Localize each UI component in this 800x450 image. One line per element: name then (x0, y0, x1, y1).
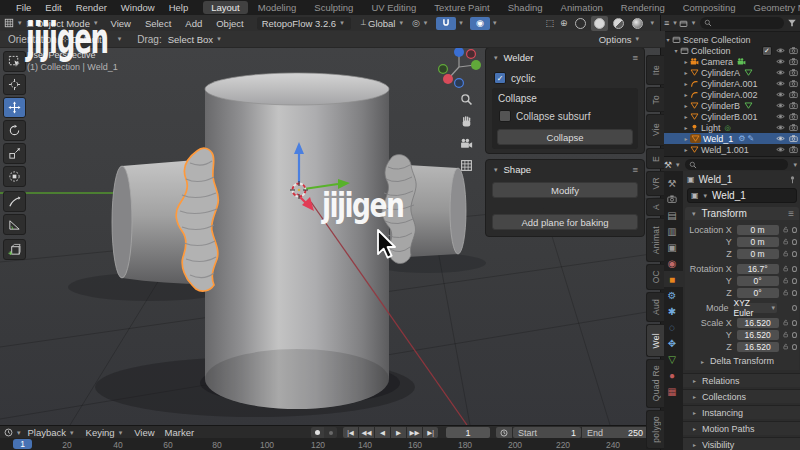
tab-modifier-properties[interactable]: ⚙ (661, 287, 683, 303)
tool-annotate[interactable] (3, 191, 26, 212)
tab-particles-properties[interactable]: ✱ (661, 303, 683, 319)
tab-render-properties[interactable] (661, 191, 683, 207)
tab-texture-properties[interactable]: ▦ (661, 383, 683, 399)
delta-transform-panel[interactable]: ▸Delta Transform (685, 355, 797, 367)
tab-item[interactable]: Ite (646, 55, 664, 85)
hide-eye-icon[interactable] (776, 57, 785, 66)
outliner-row-scene-collection[interactable]: ▾ Scene Collection (661, 34, 800, 45)
tool-transform[interactable] (3, 166, 26, 187)
tab-oc[interactable]: OC (646, 264, 664, 290)
tab-object-properties[interactable]: ■ (661, 271, 683, 287)
collapse-subsurf-checkbox[interactable] (499, 110, 511, 122)
zoom-icon[interactable] (460, 93, 473, 106)
tab-welder[interactable]: Wel (646, 324, 664, 357)
location-z-field[interactable]: 0 m (737, 249, 779, 259)
render-visibility-icon[interactable] (789, 68, 798, 77)
tab-polygon[interactable]: polygo (646, 410, 664, 449)
outliner-row-light[interactable]: ▸ Light ◎ (661, 122, 800, 133)
play-reverse-button[interactable]: ◀ (375, 427, 390, 438)
menu-playback[interactable]: Playback▾ (23, 427, 81, 438)
shading-rendered[interactable] (629, 16, 646, 31)
menu-help[interactable]: Help (162, 2, 196, 13)
tab-quad-remesh[interactable]: Quad Re (646, 359, 664, 408)
tab-output-properties[interactable]: ▤ (661, 207, 683, 223)
outliner-row-cylinderb[interactable]: ▸ CylinderB (661, 100, 800, 111)
lock-icon[interactable] (782, 276, 789, 285)
retopoflow-dropdown[interactable]: RetopoFlow 3.2.6▾ (257, 17, 351, 30)
pan-hand-icon[interactable] (460, 115, 473, 128)
animate-decorator[interactable] (792, 344, 797, 350)
menu-marker[interactable]: Marker (160, 427, 200, 438)
tab-animat[interactable]: Animat (646, 218, 664, 262)
workspace-tab-sculpting[interactable]: Sculpting (306, 1, 361, 14)
ortho-toggle-icon[interactable] (460, 159, 473, 172)
hide-eye-icon[interactable] (776, 134, 785, 143)
outliner-display-mode[interactable]: ≡▾ (664, 18, 679, 28)
welder-collapse-caret[interactable]: ▾ (494, 54, 498, 62)
camera-view-icon[interactable] (460, 137, 473, 150)
menu-object[interactable]: Object (209, 18, 250, 29)
tab-scene-properties[interactable]: ▣ (661, 239, 683, 255)
animate-decorator[interactable] (792, 332, 797, 338)
bake-plane-button[interactable]: Add plane for baking (492, 214, 638, 230)
workspace-tab-modeling[interactable]: Modeling (250, 1, 305, 14)
workspace-tab-rendering[interactable]: Rendering (613, 1, 673, 14)
shading-material[interactable] (610, 16, 627, 31)
tab-physics-properties[interactable]: ◌ (661, 319, 683, 335)
lock-icon[interactable] (782, 237, 789, 246)
rotation-mode-dropdown[interactable]: XYZ Euler▾ (734, 303, 778, 313)
tab-a[interactable]: A (646, 198, 664, 216)
collection-checkbox[interactable]: ✓ (762, 46, 772, 56)
proportional-toggle[interactable]: ◉ (470, 17, 490, 30)
orientation-dropdown[interactable]: ⟂ Global▾ (361, 18, 405, 29)
tab-vr[interactable]: VR (646, 171, 664, 196)
tab-tool[interactable]: To (646, 87, 664, 112)
filter-icon[interactable] (787, 18, 797, 28)
cyclic-checkbox[interactable]: ✓ (494, 72, 506, 84)
navigation-gizmo[interactable] (438, 47, 482, 91)
outliner-row-weld1001[interactable]: ▸ Weld_1.001 (661, 144, 800, 155)
outliner-row-weld1[interactable]: ▸ Weld_1 ⚙ ✎ (661, 133, 800, 144)
rotation-x-field[interactable]: 16.7° (737, 264, 779, 274)
prev-keyframe-button[interactable]: ◀◀ (359, 427, 374, 438)
timeline-ruler[interactable]: 20 40 60 80 100 120 140 160 180 200 220 … (0, 438, 660, 450)
options-dropdown[interactable]: Options▾ (599, 34, 641, 45)
workspace-tab-shading[interactable]: Shading (500, 1, 551, 14)
outliner-row-cylindera001[interactable]: ▸ CylinderA.001 (661, 78, 800, 89)
outliner-scope[interactable]: ▾ (679, 19, 698, 28)
lock-icon[interactable] (782, 330, 789, 339)
tab-tool-properties[interactable]: ⚒ (661, 175, 683, 191)
editor-type-button[interactable]: ▾ (4, 18, 24, 28)
transform-panel-header[interactable]: ▾ Transform ≡ (685, 207, 799, 220)
workspace-tab-layout[interactable]: Layout (203, 1, 248, 14)
hide-eye-icon[interactable] (776, 112, 785, 121)
keying-set-button[interactable] (324, 427, 337, 438)
proportional-dropdown[interactable]: ▾ (493, 19, 497, 27)
breadcrumb-object[interactable]: Weld_1 (699, 174, 733, 185)
menu-select[interactable]: Select (138, 18, 178, 29)
render-visibility-icon[interactable] (789, 101, 798, 110)
menu-edit[interactable]: Edit (38, 2, 68, 13)
motion-paths-panel[interactable]: ▸Motion Paths (683, 421, 800, 435)
hide-eye-icon[interactable] (776, 79, 785, 88)
hide-eye-icon[interactable] (776, 68, 785, 77)
use-preview-range-button[interactable] (496, 427, 512, 438)
render-visibility-icon[interactable] (789, 112, 798, 121)
outliner-row-cylindera[interactable]: ▸ CylinderA (661, 67, 800, 78)
lock-icon[interactable] (782, 249, 789, 258)
menu-add[interactable]: Add (178, 18, 209, 29)
visibility-panel[interactable]: ▸Visibility (683, 437, 800, 450)
menu-render[interactable]: Render (69, 2, 114, 13)
workspace-tab-geometry-nodes[interactable]: Geometry Nodes (746, 1, 800, 14)
scale-x-field[interactable]: 16.520 (737, 318, 779, 328)
render-visibility-icon[interactable] (789, 57, 798, 66)
render-visibility-icon[interactable] (789, 134, 798, 143)
tab-viewlayer-properties[interactable]: ▥ (661, 223, 683, 239)
pin-icon[interactable] (788, 175, 797, 184)
snap-dropdown[interactable]: ▾ (459, 19, 463, 27)
hide-eye-icon[interactable] (776, 90, 785, 99)
playhead-badge[interactable]: 1 (13, 439, 32, 449)
animate-decorator[interactable] (792, 266, 797, 272)
animate-decorator[interactable] (792, 305, 797, 311)
scale-z-field[interactable]: 16.520 (737, 342, 779, 352)
